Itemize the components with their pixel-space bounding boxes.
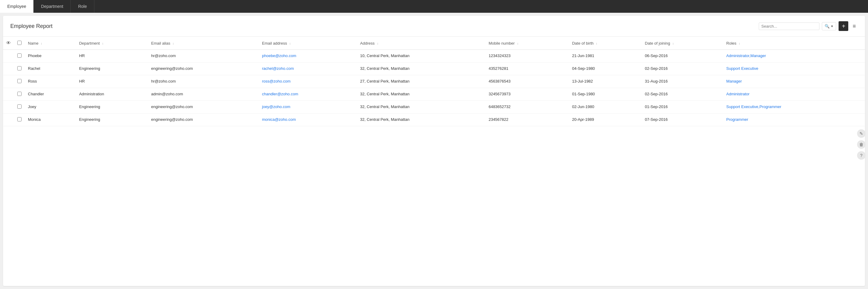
- search-box[interactable]: [759, 23, 819, 30]
- row-doj-0: 06-Sep-2016: [642, 50, 723, 62]
- name-column-header: Name ↕: [25, 37, 76, 50]
- row-checkbox-3[interactable]: [17, 92, 22, 96]
- row-email-alias-2: hr@zoho.com: [148, 75, 259, 88]
- row-roles-2[interactable]: Manager: [723, 75, 865, 88]
- row-roles-3[interactable]: Administrator: [723, 88, 865, 101]
- checkbox-header: [14, 37, 25, 50]
- row-address-1: 32, Central Perk, Manhattan: [357, 62, 486, 75]
- row-email-address-3[interactable]: chandler@zoho.com: [259, 88, 357, 101]
- row-mobile-3: 3245673973: [486, 88, 569, 101]
- row-email-address-2[interactable]: ross@zoho.com: [259, 75, 357, 88]
- row-checkbox-2[interactable]: [17, 79, 22, 83]
- row-address-3: 32, Central Perk, Manhattan: [357, 88, 486, 101]
- row-roles-4[interactable]: Support Executive,Programmer: [723, 101, 865, 114]
- row-roles-5[interactable]: Programmer: [723, 114, 865, 126]
- report-title: Employee Report: [10, 23, 53, 29]
- delete-sidebar-icon[interactable]: 🗑: [857, 140, 866, 149]
- search-input[interactable]: [762, 24, 807, 29]
- row-mobile-1: 435276281: [486, 62, 569, 75]
- table-row: Rachel Engineering engineering@zoho.com …: [3, 62, 865, 75]
- row-email-address-0[interactable]: phoebe@zoho.com: [259, 50, 357, 62]
- row-checkbox-cell-0: [14, 50, 25, 62]
- table-row: Monica Engineering engineering@zoho.com …: [3, 114, 865, 126]
- row-address-5: 32, Central Perk, Manhattan: [357, 114, 486, 126]
- row-dob-0: 21-Jun-1981: [569, 50, 642, 62]
- row-name-5: Monica: [25, 114, 76, 126]
- email-alias-column-header: Email alias ↕: [148, 37, 259, 50]
- row-department-4: Engineering: [76, 101, 148, 114]
- row-checkbox-cell-2: [14, 75, 25, 88]
- row-email-address-5[interactable]: monica@zoho.com: [259, 114, 357, 126]
- row-checkbox-4[interactable]: [17, 105, 22, 109]
- row-visibility-2: [3, 75, 14, 88]
- row-dob-4: 02-Jun-1980: [569, 101, 642, 114]
- row-checkbox-1[interactable]: [17, 66, 22, 70]
- row-email-address-1[interactable]: rachel@zoho.com: [259, 62, 357, 75]
- row-name-4: Joey: [25, 101, 76, 114]
- nav-tab-department[interactable]: Department: [34, 0, 71, 13]
- name-sort-icon: ↕: [41, 42, 42, 45]
- table-header-row: 👁 Name ↕ Department ↕ Email alias ↕: [3, 37, 865, 50]
- row-visibility-3: [3, 88, 14, 101]
- email-address-sort-icon: ↕: [289, 42, 291, 45]
- row-name-3: Chandler: [25, 88, 76, 101]
- row-checkbox-cell-5: [14, 114, 25, 126]
- row-doj-4: 01-Sep-2016: [642, 101, 723, 114]
- row-email-alias-3: admin@zoho.com: [148, 88, 259, 101]
- row-dob-5: 20-Apr-1989: [569, 114, 642, 126]
- search-filter-button[interactable]: 🔍 ▼: [822, 22, 836, 30]
- mobile-number-column-header: Mobile number ↕: [486, 37, 569, 50]
- top-navigation: Employee Department Role: [0, 0, 868, 13]
- report-header: Employee Report 🔍 ▼ + ≡: [3, 16, 865, 37]
- row-email-alias-5: engineering@zoho.com: [148, 114, 259, 126]
- row-dob-2: 13-Jul-1982: [569, 75, 642, 88]
- table-row: Ross HR hr@zoho.com ross@zoho.com 27, Ce…: [3, 75, 865, 88]
- employee-table-container: 👁 Name ↕ Department ↕ Email alias ↕: [3, 37, 865, 126]
- nav-tab-role[interactable]: Role: [71, 0, 94, 13]
- table-row: Phoebe HR hr@zoho.com phoebe@zoho.com 10…: [3, 50, 865, 62]
- department-sort-icon: ↕: [102, 42, 103, 45]
- employee-table: 👁 Name ↕ Department ↕ Email alias ↕: [3, 37, 865, 126]
- row-address-4: 32, Central Perk, Manhattan: [357, 101, 486, 114]
- row-mobile-5: 234567822: [486, 114, 569, 126]
- row-email-address-4[interactable]: joey@zoho.com: [259, 101, 357, 114]
- address-column-header: Address ↕: [357, 37, 486, 50]
- roles-sort-icon: ↕: [739, 42, 740, 45]
- chevron-down-icon: ▼: [831, 25, 834, 28]
- doj-sort-icon: ↕: [672, 42, 674, 45]
- row-checkbox-5[interactable]: [17, 117, 22, 121]
- row-department-2: HR: [76, 75, 148, 88]
- select-all-checkbox[interactable]: [17, 41, 22, 45]
- add-button[interactable]: +: [839, 21, 848, 31]
- row-doj-2: 31-Aug-2016: [642, 75, 723, 88]
- row-checkbox-cell-1: [14, 62, 25, 75]
- row-checkbox-cell-3: [14, 88, 25, 101]
- menu-button[interactable]: ≡: [851, 22, 858, 31]
- row-doj-3: 02-Sep-2016: [642, 88, 723, 101]
- edit-sidebar-icon[interactable]: ✎: [857, 129, 866, 138]
- date-of-joining-column-header: Date of joining ↕: [642, 37, 723, 50]
- date-of-birth-column-header: Date of birth ↕: [569, 37, 642, 50]
- row-address-2: 27, Central Perk, Manhattan: [357, 75, 486, 88]
- mobile-sort-icon: ↕: [517, 42, 519, 45]
- help-sidebar-icon[interactable]: ?: [857, 151, 866, 160]
- roles-column-header: Roles ↕: [723, 37, 865, 50]
- row-visibility-4: [3, 101, 14, 114]
- row-email-alias-4: engineering@zoho.com: [148, 101, 259, 114]
- search-icon: 🔍: [825, 24, 830, 29]
- row-roles-0[interactable]: Administrator,Manager: [723, 50, 865, 62]
- row-doj-5: 07-Sep-2016: [642, 114, 723, 126]
- row-dob-1: 04-Sep-1980: [569, 62, 642, 75]
- row-email-alias-1: engineering@zoho.com: [148, 62, 259, 75]
- row-department-5: Engineering: [76, 114, 148, 126]
- header-actions: 🔍 ▼ + ≡: [759, 21, 858, 31]
- row-name-1: Rachel: [25, 62, 76, 75]
- nav-tab-employee[interactable]: Employee: [0, 0, 34, 13]
- row-email-alias-0: hr@zoho.com: [148, 50, 259, 62]
- row-roles-1[interactable]: Support Executive: [723, 62, 865, 75]
- row-checkbox-0[interactable]: [17, 53, 22, 58]
- row-mobile-4: 6483652732: [486, 101, 569, 114]
- row-visibility-5: [3, 114, 14, 126]
- eye-icon: 👁: [6, 40, 11, 46]
- row-department-0: HR: [76, 50, 148, 62]
